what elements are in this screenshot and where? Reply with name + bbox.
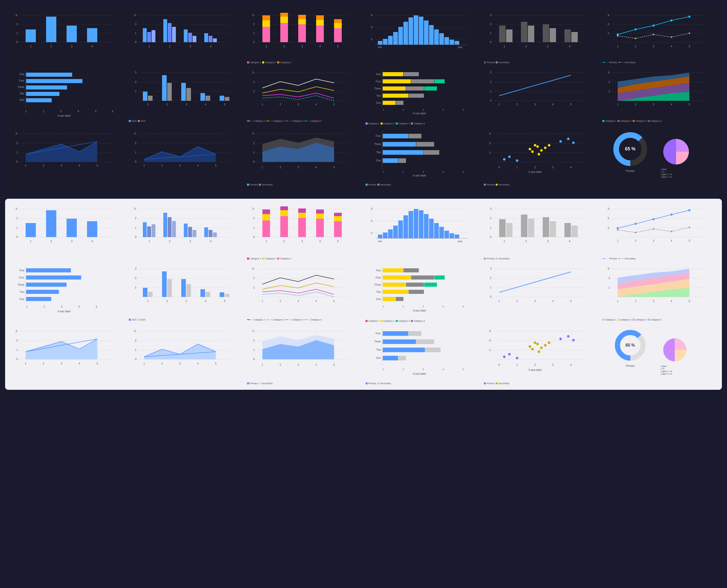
svg-text:3-: 3-	[252, 330, 255, 333]
svg-rect-412	[393, 226, 398, 238]
svg-text:1: 1	[499, 300, 500, 302]
svg-rect-164	[181, 83, 186, 101]
svg-rect-537	[383, 297, 396, 301]
chart-line-dotted-light: 3- 2- 1- 1 2 3 4 5	[602, 204, 717, 260]
svg-marker-597	[144, 344, 216, 359]
svg-text:2: 2	[403, 305, 404, 308]
svg-point-458	[670, 214, 672, 216]
svg-rect-31	[188, 33, 192, 42]
svg-text:4: 4	[570, 363, 572, 366]
svg-text:1: 1	[253, 31, 255, 35]
legend-area-stacked-dark: Category 1 Category 2 Category 3 Categor…	[602, 120, 717, 122]
svg-text:Four: Four	[376, 80, 381, 83]
svg-point-646	[536, 343, 539, 345]
svg-text:2: 2	[16, 339, 18, 342]
svg-text:min: min	[378, 46, 382, 48]
svg-rect-11	[87, 28, 97, 42]
svg-text:1: 1	[16, 226, 18, 229]
legend-year-light: 2025 2024	[129, 318, 243, 321]
svg-rect-417	[419, 210, 423, 238]
svg-text:4: 4	[210, 45, 211, 48]
svg-rect-534	[383, 290, 408, 294]
chart-hbar-4items-light: Four Three Two One 1 2 3 4 5 X-axis labe…	[366, 326, 480, 385]
svg-text:X-axis label: X-axis label	[413, 372, 426, 375]
svg-rect-410	[383, 232, 387, 238]
svg-point-311	[529, 148, 531, 150]
svg-rect-80	[408, 17, 413, 45]
svg-text:2: 2	[608, 80, 610, 83]
svg-text:2: 2	[516, 103, 518, 106]
svg-rect-344	[46, 210, 56, 237]
svg-text:4: 4	[671, 103, 672, 106]
svg-point-650	[544, 344, 547, 346]
svg-text:2: 2	[516, 300, 518, 302]
legend-multiline-dark: — Category 1 — Category 2 — Category 3 -…	[247, 120, 362, 122]
svg-text:3: 3	[490, 14, 491, 17]
svg-text:0: 0	[490, 99, 491, 102]
legend-primary-secondary-dark1: Primary Secondary	[484, 61, 599, 64]
svg-text:2: 2	[280, 300, 281, 302]
svg-point-324	[572, 142, 575, 144]
chart-area-stacked-dark: 3- 2 1 1 2 3 4 5 Category 1 Category 2 C…	[602, 67, 717, 125]
svg-rect-10	[66, 26, 77, 42]
svg-rect-442	[564, 223, 571, 237]
svg-rect-193	[411, 79, 434, 83]
svg-text:3: 3	[186, 103, 187, 106]
svg-text:6: 6	[112, 110, 114, 113]
svg-point-129	[689, 33, 690, 34]
svg-text:3: 3	[298, 363, 299, 366]
svg-text:2: 2	[490, 217, 491, 220]
legend-scatter-light: Primary Secondary	[484, 382, 599, 385]
svg-rect-79	[403, 22, 408, 45]
legend-line-dotted-light: → Primary +- Secondary	[602, 257, 717, 260]
svg-text:1: 1	[148, 45, 150, 48]
svg-rect-480	[26, 297, 51, 301]
svg-rect-61	[334, 23, 342, 28]
svg-rect-32	[193, 36, 196, 42]
svg-text:1: 1	[504, 45, 505, 48]
chart-multiline-dark: 3- 2 1 1 2 3 4 5 — Category 1 — Category…	[247, 67, 362, 125]
svg-rect-160	[143, 91, 147, 101]
svg-rect-288	[408, 134, 421, 139]
svg-text:min: min	[378, 240, 382, 243]
svg-text:2: 2	[403, 368, 404, 371]
svg-point-455	[617, 227, 619, 229]
svg-text:3: 3	[547, 45, 549, 48]
svg-text:3: 3	[423, 368, 424, 371]
chart-bar-simple-dark: 3- 2 1 0 1 2 3 4	[10, 10, 125, 64]
svg-text:Three: Three	[374, 143, 381, 146]
svg-text:2: 2	[635, 300, 637, 302]
svg-rect-346	[87, 221, 97, 237]
svg-text:1: 1	[143, 362, 145, 365]
svg-text:4: 4	[316, 103, 317, 106]
svg-rect-437	[506, 223, 512, 237]
chart-area-light-1: 3- 2 1 0 1 2 3 4 5	[10, 326, 125, 385]
main-container: 3- 2 1 0 1 2 3 4	[0, 0, 727, 395]
svg-text:4: 4	[443, 108, 444, 111]
svg-point-651	[538, 351, 540, 353]
svg-text:0: 0	[135, 160, 136, 163]
svg-rect-370	[213, 232, 217, 237]
svg-text:1: 1	[265, 45, 267, 48]
svg-rect-84	[429, 25, 433, 45]
svg-rect-499	[186, 284, 191, 297]
legend-stacked-bar-dark: Category 1 Category 2 Category 3	[247, 61, 362, 64]
svg-rect-9	[46, 17, 56, 42]
svg-text:3-: 3-	[134, 330, 137, 333]
svg-rect-631	[398, 356, 406, 360]
svg-rect-496	[162, 271, 167, 297]
svg-rect-143	[26, 92, 59, 96]
svg-text:1: 1	[253, 286, 255, 289]
chart-bar-stacked-light: 3- 2 1 0 1 2 3	[247, 204, 362, 260]
svg-point-323	[567, 138, 570, 140]
svg-rect-394	[316, 209, 324, 214]
svg-rect-196	[383, 86, 406, 90]
svg-text:1: 1	[383, 171, 384, 173]
svg-rect-82	[419, 17, 423, 45]
svg-text:4: 4	[671, 300, 672, 302]
svg-rect-52	[280, 17, 288, 23]
chart-multiline-light: 3- 2 1 1 2 3 4 5 — Category 1 — Category…	[247, 264, 362, 322]
svg-text:5: 5	[463, 171, 464, 173]
svg-rect-527	[411, 275, 434, 279]
svg-text:5: 5	[689, 300, 690, 302]
